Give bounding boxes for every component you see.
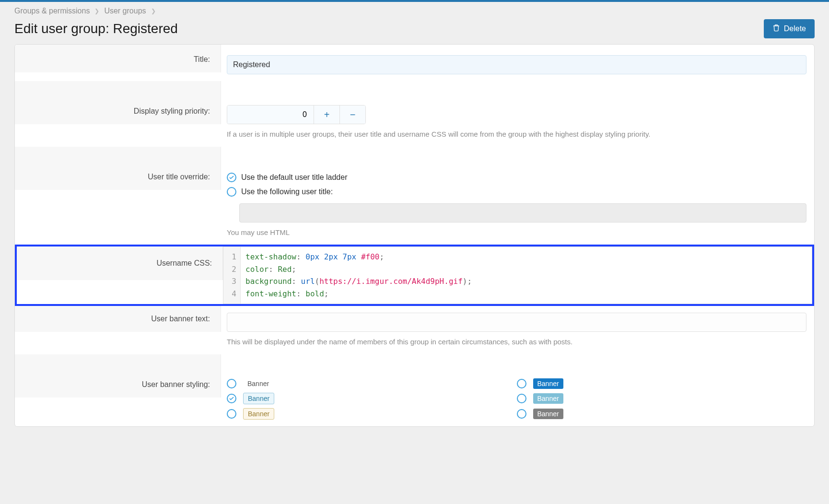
banner-style-none-radio[interactable] (227, 379, 236, 388)
minus-icon: − (350, 109, 356, 120)
banner-text-label: User banner text: (15, 306, 221, 332)
title-override-input (239, 203, 806, 223)
priority-increment-button[interactable]: + (314, 105, 339, 124)
chevron-right-icon: ❯ (151, 8, 156, 14)
delete-button[interactable]: Delete (764, 19, 815, 38)
title-override-default-label: Use the default user title ladder (241, 173, 347, 182)
priority-input[interactable] (227, 105, 314, 124)
priority-stepper: + − (227, 105, 366, 124)
banner-style-tan-out-label: Banner (243, 408, 274, 420)
trash-icon (772, 24, 780, 34)
chevron-right-icon: ❯ (94, 8, 99, 14)
banner-style-teal-out-radio[interactable] (227, 394, 236, 403)
priority-label: Display styling priority: (15, 98, 221, 124)
plus-icon: + (324, 109, 330, 120)
breadcrumb-groups-permissions[interactable]: Groups & permissions (14, 7, 90, 15)
banner-text-input[interactable] (227, 313, 806, 332)
code-content[interactable]: text-shadow: 0px 2px 7px #f00; color: Re… (241, 247, 812, 304)
title-override-hint: You may use HTML (227, 227, 806, 238)
page-title: Edit user group: Registered (14, 21, 178, 36)
username-css-editor[interactable]: 1234 text-shadow: 0px 2px 7px #f00; colo… (223, 246, 812, 304)
delete-button-label: Delete (784, 24, 806, 33)
title-override-default-radio[interactable] (227, 173, 236, 182)
banner-style-teal-solid-radio[interactable] (517, 394, 526, 403)
banner-style-blue-radio[interactable] (517, 379, 526, 388)
form-panel: Title: Display styling priority: + − If … (14, 44, 815, 427)
banner-style-dark-label: Banner (533, 409, 563, 419)
title-label: Title: (15, 45, 221, 72)
banner-style-none-label: Banner (243, 378, 273, 389)
priority-decrement-button[interactable]: − (339, 105, 365, 124)
breadcrumb: Groups & permissions ❯ User groups ❯ (14, 7, 815, 15)
title-override-custom-label: Use the following user title: (241, 188, 333, 196)
code-gutter: 1234 (223, 247, 241, 304)
breadcrumb-user-groups[interactable]: User groups (104, 7, 146, 15)
banner-style-teal-out-label: Banner (243, 393, 274, 404)
banner-style-tan-out-radio[interactable] (227, 409, 236, 419)
priority-explain: If a user is in multiple user groups, th… (227, 129, 806, 140)
username-css-label: Username CSS: (17, 246, 223, 280)
banner-styling-label: User banner styling: (15, 372, 221, 398)
banner-style-dark-radio[interactable] (517, 409, 526, 419)
banner-style-blue-label: Banner (533, 378, 563, 389)
title-input[interactable] (227, 55, 806, 74)
banner-style-teal-solid-label: Banner (533, 393, 563, 404)
title-override-label: User title override: (15, 164, 221, 190)
title-override-custom-radio[interactable] (227, 187, 236, 197)
banner-text-explain: This will be displayed under the name of… (227, 337, 806, 348)
